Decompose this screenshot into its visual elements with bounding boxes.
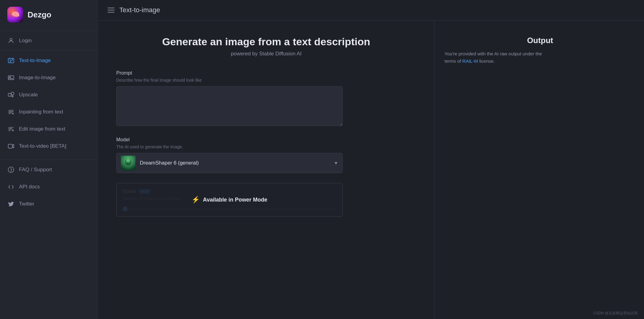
power-mode-text: Available in Power Mode <box>203 197 267 203</box>
svg-rect-7 <box>8 144 13 148</box>
sidebar-inpainting-label: Inpainting from text <box>19 109 63 115</box>
count-field-group: Count NEW Number of images to generate ⚡… <box>116 183 416 217</box>
sidebar-item-text-to-video[interactable]: Text-to-video [BETA] <box>0 138 98 155</box>
prompt-label: Prompt <box>116 70 416 76</box>
svg-point-15 <box>126 158 130 160</box>
sidebar-item-twitter[interactable]: Twitter <box>0 195 98 213</box>
main-content: Text-to-image Generate an image from a t… <box>98 0 644 319</box>
power-icon: ⚡ <box>192 196 200 204</box>
model-hint: The AI used to generate the image. <box>116 144 416 149</box>
sidebar-faq-label: FAQ / Support <box>19 167 52 173</box>
sidebar-upscale-label: Upscale <box>19 92 38 98</box>
dropdown-arrow-icon: ▼ <box>334 161 338 165</box>
svg-rect-14 <box>126 162 130 164</box>
model-thumbnail <box>121 156 136 170</box>
prompt-field-group: Prompt Describe how the final image shou… <box>116 70 416 127</box>
sidebar-text-to-image-label: Text-to-Image <box>19 57 51 64</box>
output-license-suffix: license. <box>479 58 495 64</box>
twitter-icon <box>7 200 15 208</box>
sidebar-edit-image-label: Edit image from text <box>19 126 65 132</box>
hamburger-line-1 <box>108 8 114 8</box>
form-panel: Generate an image from a text descriptio… <box>98 20 434 319</box>
inpainting-icon <box>7 108 15 116</box>
hamburger-menu-button[interactable] <box>108 8 114 13</box>
svg-point-2 <box>12 59 13 60</box>
sidebar-image-to-image-label: Image-to-Image <box>19 75 56 81</box>
model-field-group: Model The AI used to generate the image. <box>116 137 416 173</box>
topbar-title: Text-to-image <box>119 6 160 14</box>
sidebar: 🧠 Dezgo Login Text-to-Image <box>0 0 98 319</box>
svg-point-9 <box>11 171 11 172</box>
model-label: Model <box>116 137 416 143</box>
page-heading: Generate an image from a text descriptio… <box>116 36 416 57</box>
sidebar-text-to-video-label: Text-to-video [BETA] <box>19 143 66 149</box>
sidebar-item-inpainting[interactable]: Inpainting from text <box>0 103 98 121</box>
output-panel: Output You're provided with the AI raw o… <box>434 20 563 319</box>
image-to-image-icon <box>7 74 15 81</box>
output-description: You're provided with the AI raw output u… <box>445 50 553 65</box>
output-title: Output <box>445 36 553 45</box>
edit-image-icon <box>7 125 15 133</box>
sidebar-divider-3 <box>0 160 98 160</box>
rail-m-link[interactable]: RAIL-M <box>462 58 478 64</box>
faq-icon <box>7 166 15 173</box>
hamburger-line-2 <box>108 10 114 10</box>
model-selected-name: DreamShaper 6 (general) <box>140 160 329 166</box>
sidebar-api-label: API docs <box>19 184 40 190</box>
sidebar-item-api[interactable]: API docs <box>0 178 98 195</box>
svg-point-0 <box>10 39 12 41</box>
sidebar-divider-2 <box>0 50 98 51</box>
sidebar-item-edit-image[interactable]: Edit image from text <box>0 121 98 138</box>
sidebar-divider-top <box>0 31 98 31</box>
text-to-video-icon <box>7 143 15 150</box>
count-section: Count NEW Number of images to generate ⚡… <box>116 183 343 217</box>
text-to-image-icon <box>7 57 15 64</box>
sidebar-item-login[interactable]: Login <box>0 32 98 49</box>
power-mode-overlay: ⚡ Available in Power Mode <box>117 183 342 216</box>
app-name: Dezgo <box>28 10 51 20</box>
sidebar-logo: 🧠 Dezgo <box>0 0 98 29</box>
top-bar: Text-to-image <box>98 0 644 20</box>
upscale-icon <box>7 91 15 98</box>
page-subtitle: powered by Stable Diffusion AI <box>116 51 416 57</box>
page-title: Generate an image from a text descriptio… <box>116 36 416 48</box>
hamburger-line-3 <box>108 12 114 13</box>
sidebar-item-image-to-image[interactable]: Image-to-Image <box>0 69 98 86</box>
content-area: Generate an image from a text descriptio… <box>98 20 644 319</box>
prompt-hint: Describe how the final image should look… <box>116 78 416 83</box>
svg-rect-5 <box>8 93 11 96</box>
sidebar-item-text-to-image[interactable]: Text-to-Image <box>0 52 98 69</box>
model-dropdown[interactable]: DreamShaper 6 (general) ▼ <box>116 153 343 173</box>
sidebar-item-faq[interactable]: FAQ / Support <box>0 161 98 178</box>
api-icon <box>7 183 15 191</box>
prompt-textarea[interactable] <box>116 86 343 126</box>
login-icon <box>7 37 15 44</box>
login-label: Login <box>19 38 32 44</box>
app-logo-icon: 🧠 <box>7 7 23 23</box>
svg-rect-6 <box>11 92 14 95</box>
sidebar-twitter-label: Twitter <box>19 201 34 207</box>
footer-hint: CSDN @互联网运营知识库 <box>593 311 638 316</box>
sidebar-item-upscale[interactable]: Upscale <box>0 86 98 103</box>
